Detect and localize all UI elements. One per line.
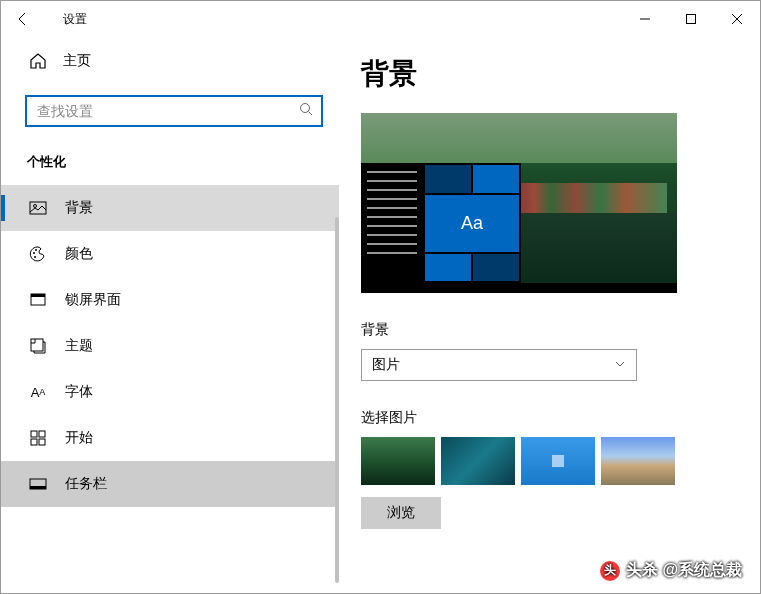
start-icon — [29, 429, 47, 447]
svg-rect-11 — [31, 339, 43, 351]
dropdown-value: 图片 — [372, 356, 400, 374]
sidebar-item-label: 开始 — [65, 429, 93, 447]
svg-rect-15 — [39, 439, 45, 445]
picture-thumb-1[interactable] — [361, 437, 435, 485]
taskbar-icon — [29, 475, 47, 493]
picture-thumbnails — [361, 437, 730, 485]
window-controls — [622, 1, 760, 37]
search-input[interactable] — [25, 95, 323, 127]
svg-point-8 — [34, 256, 36, 258]
preview-taskbar — [361, 283, 677, 293]
sidebar: 主页 个性化 背景 颜色 锁屏界面 主题 AA 字体 开始 — [1, 37, 339, 593]
sidebar-item-colors[interactable]: 颜色 — [1, 231, 339, 277]
svg-point-7 — [35, 249, 37, 251]
svg-rect-10 — [31, 294, 45, 297]
preview-start-menu: Aa — [361, 163, 521, 283]
svg-rect-1 — [687, 15, 696, 24]
sidebar-item-fonts[interactable]: AA 字体 — [1, 369, 339, 415]
svg-rect-13 — [39, 431, 45, 437]
background-type-dropdown[interactable]: 图片 — [361, 349, 637, 381]
picture-thumb-3[interactable] — [521, 437, 595, 485]
sidebar-item-taskbar[interactable]: 任务栏 — [1, 461, 339, 507]
picture-icon — [29, 199, 47, 217]
home-link[interactable]: 主页 — [1, 43, 339, 79]
preview-accent-tile: Aa — [425, 195, 519, 252]
window-title: 设置 — [63, 11, 87, 28]
minimize-button[interactable] — [622, 1, 668, 37]
picture-thumb-4[interactable] — [601, 437, 675, 485]
sidebar-item-label: 主题 — [65, 337, 93, 355]
main-panel: 背景 Aa 背景 图片 — [339, 37, 760, 593]
svg-line-3 — [309, 112, 313, 116]
search-field[interactable] — [37, 103, 299, 119]
svg-rect-12 — [31, 431, 37, 437]
background-label: 背景 — [361, 321, 730, 339]
svg-point-5 — [34, 205, 37, 208]
close-button[interactable] — [714, 1, 760, 37]
sidebar-item-label: 颜色 — [65, 245, 93, 263]
titlebar: 设置 — [1, 1, 760, 37]
search-icon — [299, 102, 313, 120]
sidebar-item-label: 任务栏 — [65, 475, 107, 493]
svg-point-2 — [301, 104, 310, 113]
sidebar-item-lockscreen[interactable]: 锁屏界面 — [1, 277, 339, 323]
maximize-button[interactable] — [668, 1, 714, 37]
page-heading: 背景 — [361, 55, 730, 93]
sidebar-item-label: 锁屏界面 — [65, 291, 121, 309]
watermark-icon: 头 — [600, 561, 620, 581]
sidebar-item-label: 背景 — [65, 199, 93, 217]
section-label: 个性化 — [27, 153, 339, 171]
sidebar-item-themes[interactable]: 主题 — [1, 323, 339, 369]
theme-icon — [29, 337, 47, 355]
sidebar-scrollbar[interactable] — [335, 217, 339, 583]
font-icon: AA — [29, 383, 47, 401]
chevron-down-icon — [614, 357, 626, 373]
picture-thumb-2[interactable] — [441, 437, 515, 485]
sidebar-item-label: 字体 — [65, 383, 93, 401]
watermark: 头 头杀 @系统总裁 — [600, 560, 742, 581]
home-label: 主页 — [63, 52, 91, 70]
desktop-preview: Aa — [361, 113, 677, 293]
home-icon — [29, 52, 47, 70]
choose-picture-label: 选择图片 — [361, 409, 730, 427]
back-button[interactable] — [5, 1, 41, 37]
svg-rect-17 — [30, 486, 46, 489]
svg-rect-14 — [31, 439, 37, 445]
sidebar-item-start[interactable]: 开始 — [1, 415, 339, 461]
palette-icon — [29, 245, 47, 263]
sidebar-item-background[interactable]: 背景 — [1, 185, 339, 231]
watermark-text: 头杀 @系统总裁 — [626, 560, 742, 581]
lockscreen-icon — [29, 291, 47, 309]
svg-point-6 — [33, 252, 35, 254]
browse-button[interactable]: 浏览 — [361, 497, 441, 529]
